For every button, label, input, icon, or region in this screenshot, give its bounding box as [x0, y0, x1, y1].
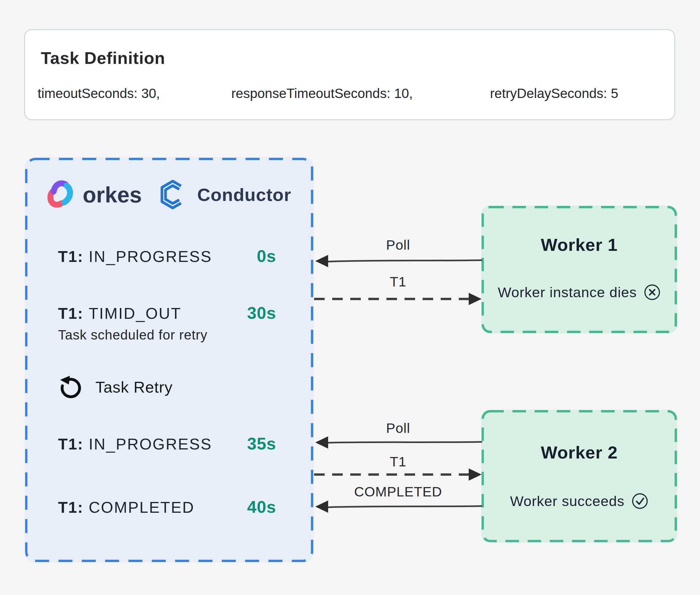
conductor-wordmark: Conductor: [197, 184, 291, 205]
worker-2-status-text: Worker succeeds: [510, 493, 625, 509]
task-definition-params: timeoutSeconds: 30, responseTimeoutSecon…: [38, 85, 663, 103]
task-id: T1:: [58, 435, 83, 453]
task-definition-card: Task Definition timeoutSeconds: 30, resp…: [24, 29, 675, 120]
success-circle-check-icon: [632, 492, 648, 510]
worker-2-title: Worker 2: [481, 443, 677, 462]
conductor-logo-icon: [158, 179, 188, 210]
worker-1-dashed-border: [481, 206, 677, 333]
worker-1-t1-arrow-right-dashed-icon: [314, 292, 482, 306]
task-id: T1:: [58, 499, 83, 516]
orkes-conductor-logo: orkes Conductor: [25, 173, 313, 217]
task-state: IN_PROGRESS: [89, 248, 212, 265]
task-retry-note: Task scheduled for retry: [58, 327, 207, 343]
worker-2-completed-arrow-left-icon: [314, 499, 482, 514]
worker-2-t1-arrow-right-dashed-icon: [314, 467, 482, 482]
task-event-in-progress-2: T1:IN_PROGRESS 35s: [58, 435, 276, 455]
task-event-completed: T1:COMPLETED 40s: [58, 498, 276, 518]
retry-icon: [58, 374, 84, 400]
task-id: T1:: [58, 305, 83, 322]
orkes-wordmark: orkes: [83, 182, 142, 207]
task-time: 35s: [247, 434, 276, 453]
worker-2-box: Worker 2 Worker succeeds: [481, 410, 677, 542]
task-state: COMPLETED: [89, 499, 195, 516]
worker-2-poll-label: Poll: [314, 420, 482, 436]
worker-1-box: Worker 1 Worker instance dies: [481, 206, 677, 333]
worker-2-dashed-border: [481, 410, 677, 542]
task-retry-row: Task Retry: [58, 374, 173, 400]
worker-1-status-text: Worker instance dies: [498, 284, 637, 301]
worker-1-poll-arrow-left-icon: [314, 254, 482, 268]
param-timeout-seconds: timeoutSeconds: 30,: [38, 85, 160, 101]
task-event-in-progress-1: T1:IN_PROGRESS 0s: [58, 247, 276, 268]
conductor-box: orkes Conductor T1:IN_PROGRESS 0s T1:TIM…: [25, 158, 313, 562]
task-time: 0s: [257, 246, 276, 266]
task-state: TIMID_OUT: [89, 305, 181, 322]
worker-1-poll-label: Poll: [314, 237, 482, 253]
worker-1-t1-label: T1: [314, 274, 482, 290]
worker-1-title: Worker 1: [481, 235, 677, 255]
orkes-logo-icon: [47, 177, 75, 213]
worker-1-status: Worker instance dies: [481, 284, 677, 301]
worker-2-completed-label: COMPLETED: [314, 484, 482, 500]
task-time: 30s: [247, 303, 276, 322]
task-event-timed-out: T1:TIMID_OUT 30s: [58, 304, 276, 324]
task-id: T1:: [58, 248, 83, 265]
worker-2-status: Worker succeeds: [481, 492, 677, 510]
diagram-canvas: Task Definition timeoutSeconds: 30, resp…: [0, 0, 700, 595]
worker-2-poll-arrow-left-icon: [314, 435, 482, 450]
task-time: 40s: [247, 497, 276, 516]
task-retry-label: Task Retry: [95, 378, 173, 396]
task-definition-title: Task Definition: [41, 48, 165, 68]
param-response-timeout-seconds: responseTimeoutSeconds: 10,: [231, 85, 413, 101]
error-circle-x-icon: [644, 284, 661, 301]
param-retry-delay-seconds: retryDelaySeconds: 5: [490, 85, 618, 101]
task-state: IN_PROGRESS: [89, 435, 212, 453]
